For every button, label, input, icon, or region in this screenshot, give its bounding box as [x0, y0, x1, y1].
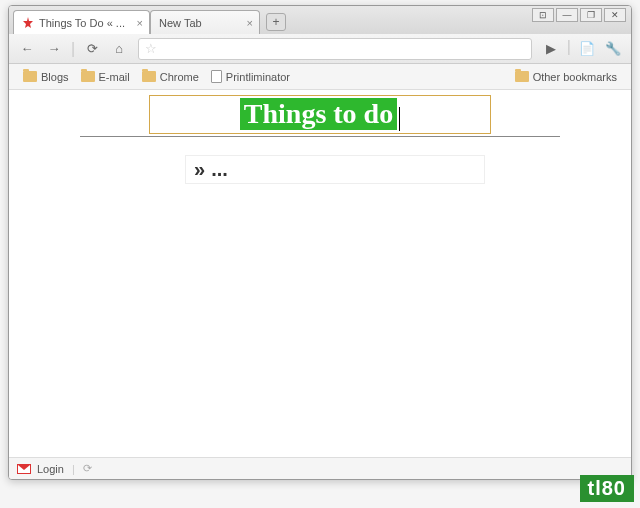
bookmark-printliminator[interactable]: Printliminator [205, 68, 296, 85]
wrench-menu-button[interactable]: 🔧 [601, 38, 625, 60]
svg-marker-0 [23, 17, 33, 28]
bookmark-label: Blogs [41, 71, 69, 83]
browser-window: ⊡ — ❐ ✕ Things To Do « ... × New Tab × +… [8, 5, 632, 480]
folder-icon [81, 71, 95, 82]
login-link[interactable]: Login [37, 463, 64, 475]
folder-icon [515, 71, 529, 82]
toolbar: ← → | ⟳ ⌂ ☆ ▶ | 📄 🔧 [9, 34, 631, 64]
loading-icon: ⟳ [83, 462, 92, 475]
forward-button[interactable]: → [42, 38, 66, 60]
tab-label: Things To Do « ... [39, 17, 125, 29]
url-bar[interactable]: ☆ [138, 38, 532, 60]
window-extra-button[interactable]: ⊡ [532, 8, 554, 22]
todo-placeholder: ... [211, 158, 228, 181]
home-button[interactable]: ⌂ [107, 38, 131, 60]
star-icon[interactable]: ☆ [145, 41, 157, 56]
text-cursor [399, 107, 400, 131]
close-window-button[interactable]: ✕ [604, 8, 626, 22]
page-icon [211, 70, 222, 83]
bookmark-email[interactable]: E-mail [75, 69, 136, 85]
bookmark-label: Printliminator [226, 71, 290, 83]
play-button[interactable]: ▶ [539, 38, 563, 60]
folder-icon [142, 71, 156, 82]
bookmark-chrome[interactable]: Chrome [136, 69, 205, 85]
separator: | [567, 38, 571, 60]
todo-item-input[interactable]: » ... [185, 155, 485, 184]
window-controls: ⊡ — ❐ ✕ [532, 8, 626, 22]
status-bar: Login | ⟳ [9, 457, 631, 479]
reload-button[interactable]: ⟳ [80, 38, 104, 60]
bookmark-label: E-mail [99, 71, 130, 83]
new-tab-button[interactable]: + [266, 13, 286, 31]
tab-label: New Tab [159, 17, 202, 29]
gmail-icon[interactable] [17, 464, 31, 474]
bookmark-blogs[interactable]: Blogs [17, 69, 75, 85]
toolbar-right: ▶ | 📄 🔧 [539, 38, 625, 60]
tab-close-icon[interactable]: × [137, 17, 143, 29]
favicon-icon [22, 17, 34, 29]
tab-things-to-do[interactable]: Things To Do « ... × [13, 10, 150, 34]
bookmark-label: Other bookmarks [533, 71, 617, 83]
other-bookmarks[interactable]: Other bookmarks [509, 69, 623, 85]
minimize-button[interactable]: — [556, 8, 578, 22]
bullet-icon: » [194, 158, 205, 181]
divider [80, 136, 560, 137]
back-button[interactable]: ← [15, 38, 39, 60]
page-menu-button[interactable]: 📄 [575, 38, 599, 60]
content-area: Things to do » ... [9, 90, 631, 457]
maximize-button[interactable]: ❐ [580, 8, 602, 22]
folder-icon [23, 71, 37, 82]
watermark: tl80 [580, 475, 634, 502]
bookmarks-bar: Blogs E-mail Chrome Printliminator Other… [9, 64, 631, 90]
separator: | [71, 40, 75, 58]
tab-close-icon[interactable]: × [247, 17, 253, 29]
title-input-box[interactable]: Things to do [149, 95, 491, 134]
bookmark-label: Chrome [160, 71, 199, 83]
tab-new-tab[interactable]: New Tab × [150, 10, 260, 34]
page-title: Things to do [240, 98, 397, 130]
separator: | [72, 463, 75, 475]
